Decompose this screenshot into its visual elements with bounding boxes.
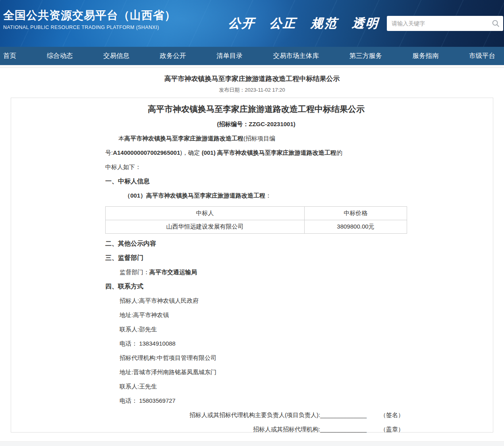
header-banner: 全国公共资源交易平台（山西省） NATIONAL PUBLIC RESOURCE… [0, 0, 504, 47]
nav-divider [0, 65, 504, 68]
intro-text: 的 [336, 149, 342, 156]
col-header-bidder: 中标人 [106, 207, 305, 220]
dept-value: 高平市交通运输局 [149, 269, 197, 275]
bid-number: (招标编号：ZZGC-20231001) [105, 117, 407, 131]
col-header-price: 中标价格 [304, 207, 407, 220]
seal-label: 招标人或其招标代理机构:______________ [253, 426, 367, 433]
section-4-title: 四、联系方式 [105, 279, 407, 294]
announcement-box: 高平市神农镇换马至李家庄旅游道路改造工程中标结果公示 (招标编号：ZZGC-20… [11, 98, 493, 433]
table-row: 山西华恒远建设发展有限公司 3809800.00元 [106, 220, 407, 234]
page-title: 高平市神农镇换马至李家庄旅游道路改造工程中标结果公示 [0, 75, 504, 83]
nav-item-home[interactable]: 首页 [3, 52, 16, 60]
dept-label: 监督部门： [120, 269, 149, 275]
announcement-content: 高平市神农镇换马至李家庄旅游道路改造工程中标结果公示 (招标编号：ZZGC-20… [105, 98, 407, 436]
nav-item-service-guide[interactable]: 服务指南 [413, 52, 439, 60]
cell-price: 3809800.00元 [304, 220, 407, 234]
lot-name: （001）高平市神农镇换马至李家庄旅游道路改造工程 [124, 192, 265, 199]
contact-phone-2: 电话： 15803569727 [105, 394, 407, 408]
search-icon[interactable] [491, 19, 500, 28]
signature-line-1: 招标人或其招标代理机构主要负责人(项目负责人):______________（签… [105, 408, 407, 422]
contact-address-1: 地址:高平市神农镇 [105, 308, 407, 322]
search-input[interactable] [387, 16, 503, 31]
contact-agency: 招标代理机构:中哲项目管理有限公司 [105, 351, 407, 365]
site-logo[interactable]: 全国公共资源交易平台（山西省） NATIONAL PUBLIC RESOURCE… [3, 9, 176, 30]
contact-address-2: 地址:晋城市泽州南路铭基凤凰城东门 [105, 365, 407, 379]
contact-tenderer: 招标人:高平市神农镇人民政府 [105, 294, 407, 308]
lot-colon: ： [265, 192, 271, 199]
nav-item-gov-public[interactable]: 政务公开 [160, 52, 186, 60]
slogan-word: 公开 [228, 16, 256, 30]
nav-item-market-entities[interactable]: 交易市场主体库 [273, 52, 319, 60]
signature-label: 招标人或其招标代理机构主要负责人(项目负责人):______________ [189, 411, 367, 418]
contact-phone-1: 电话： 13834910088 [105, 336, 407, 351]
nav-item-trade-info[interactable]: 交易信息 [103, 52, 129, 60]
intro-line-1: 本高平市神农镇换马至李家庄旅游道路改造工程(招标项目编 [105, 131, 407, 146]
intro-line-2: 号:A1400000007002965001)，确定 (001) 高平市神农镇换… [105, 146, 407, 160]
nav-item-news[interactable]: 综合动态 [47, 52, 73, 60]
slogan-word: 规范 [310, 16, 338, 30]
nav-item-list-catalog[interactable]: 清单目录 [216, 52, 243, 60]
announcement-title: 高平市神农镇换马至李家庄旅游道路改造工程中标结果公示 [105, 98, 407, 115]
section-3-title: 三、监督部门 [105, 251, 407, 265]
section-1-subtitle: （001）高平市神农镇换马至李家庄旅游道路改造工程： [105, 188, 407, 203]
signature-line-2: 招标人或其招标代理机构:______________（盖章） [105, 422, 407, 436]
seal-suffix: （盖章） [380, 422, 404, 436]
intro-line-3: 中标人如下： [105, 160, 407, 174]
site-title: 全国公共资源交易平台（山西省） [3, 9, 176, 22]
site-subtitle: NATIONAL PUBLIC RESOURCE TRADING PLATFOR… [3, 25, 176, 30]
intro-text: 号: [105, 149, 113, 156]
nav-item-city-platform[interactable]: 市级平台 [469, 52, 495, 60]
contact-person-1: 联系人:邵先生 [105, 322, 407, 336]
cell-bidder: 山西华恒远建设发展有限公司 [106, 220, 305, 234]
project-code: A1400000007002965001 [113, 149, 180, 156]
intro-text: (招标项目编 [243, 135, 275, 142]
project-name: (001) 高平市神农镇换马至李家庄旅游道路改造工程 [202, 149, 336, 156]
signature-suffix: （签名） [380, 408, 404, 422]
main-nav: 首页 综合动态 交易信息 政务公开 清单目录 交易市场主体库 第三方服务 服务指… [0, 47, 504, 65]
slogan-word: 公正 [269, 16, 297, 30]
slogan-word: 透明 [351, 16, 380, 30]
section-1-title: 一、中标人信息 [105, 174, 407, 188]
award-table: 中标人 中标价格 山西华恒远建设发展有限公司 3809800.00元 [105, 206, 407, 234]
section-2-title: 二、其他公示内容 [105, 236, 407, 251]
page: 全国公共资源交易平台（山西省） NATIONAL PUBLIC RESOURCE… [0, 0, 504, 446]
project-name: 高平市神农镇换马至李家庄旅游道路改造工程 [124, 135, 243, 142]
slogan: 公开 公正 规范 透明 [228, 15, 388, 32]
intro-text: 本 [118, 135, 124, 142]
search-box [387, 16, 503, 31]
intro-text: )，确定 [180, 149, 202, 156]
publish-date: 发布日期：2023-11-02 17:20 [0, 87, 504, 93]
footer-strip [0, 441, 504, 446]
table-header-row: 中标人 中标价格 [106, 207, 407, 220]
supervision-dept: 监督部门：高平市交通运输局 [105, 265, 407, 279]
contact-person-2: 联系人:王先生 [105, 379, 407, 394]
nav-item-third-party[interactable]: 第三方服务 [350, 52, 382, 60]
